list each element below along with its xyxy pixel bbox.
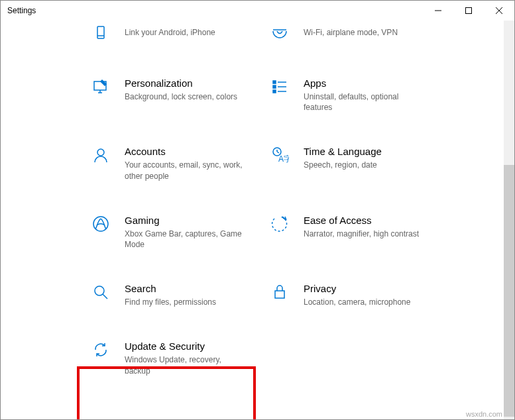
svg-rect-24	[275, 291, 284, 298]
tile-text: Apps Uninstall, defaults, optional featu…	[304, 76, 423, 113]
tile-text: Link your Android, iPhone	[125, 23, 215, 38]
svg-point-16	[97, 149, 104, 156]
tile-desc: Narrator, magnifier, high contrast	[304, 229, 419, 239]
ease-of-access-icon	[269, 213, 290, 235]
tile-apps[interactable]: Apps Uninstall, defaults, optional featu…	[269, 74, 448, 115]
tile-desc: Find my files, permissions	[125, 297, 216, 307]
tile-search[interactable]: Search Find my files, permissions	[90, 279, 269, 310]
tile-title: Accounts	[125, 146, 244, 157]
tile-title: Personalization	[125, 78, 237, 89]
tile-text: Privacy Location, camera, microphone	[304, 282, 410, 307]
tile-text: Ease of Access Narrator, magnifier, high…	[304, 213, 419, 239]
svg-rect-4	[97, 26, 104, 38]
tile-ease-of-access[interactable]: Ease of Access Narrator, magnifier, high…	[269, 211, 448, 252]
watermark: wsxdn.com	[466, 410, 502, 418]
tile-desc: Location, camera, microphone	[304, 297, 410, 307]
tile-personalization[interactable]: Personalization Background, lock screen,…	[90, 74, 269, 115]
tile-gaming[interactable]: Gaming Xbox Game Bar, captures, Game Mod…	[90, 211, 269, 252]
tile-time-language[interactable]: A字 Time & Language Speech, region, date	[269, 142, 448, 184]
tile-desc: Windows Update, recovery, backup	[125, 354, 244, 376]
tile-text: Update & Security Windows Update, recove…	[125, 339, 244, 376]
tile-desc: Background, lock screen, colors	[125, 91, 237, 102]
svg-rect-10	[273, 81, 276, 83]
tile-title: Time & Language	[304, 146, 382, 157]
tile-desc: Speech, region, date	[304, 160, 382, 170]
svg-rect-12	[273, 85, 276, 88]
tile-desc: Uninstall, defaults, optional features	[304, 91, 423, 113]
titlebar: Settings	[1, 1, 514, 21]
close-icon	[496, 7, 502, 14]
svg-rect-14	[273, 90, 276, 93]
tile-text: Search Find my files, permissions	[125, 282, 216, 307]
window-controls	[423, 1, 514, 21]
tile-title: Privacy	[304, 283, 410, 294]
svg-rect-1	[466, 8, 472, 14]
time-language-icon: A字	[269, 144, 290, 166]
tile-text: Gaming Xbox Game Bar, captures, Game Mod…	[125, 213, 244, 250]
svg-point-22	[95, 286, 104, 295]
gaming-icon	[90, 213, 111, 235]
maximize-button[interactable]	[453, 1, 484, 21]
update-security-icon	[90, 339, 111, 360]
phone-icon	[90, 23, 111, 44]
tile-title: Ease of Access	[304, 215, 419, 226]
tile-title: Search	[125, 283, 216, 294]
tile-phone[interactable]: Link your Android, iPhone	[90, 21, 269, 47]
tile-desc: Your accounts, email, sync, work, other …	[125, 160, 244, 181]
apps-icon	[269, 76, 290, 97]
tile-accounts[interactable]: Accounts Your accounts, email, sync, wor…	[90, 142, 269, 184]
privacy-icon	[269, 282, 290, 303]
accounts-icon	[90, 144, 111, 166]
minimize-button[interactable]	[423, 1, 453, 21]
search-icon	[90, 282, 111, 303]
maximize-icon	[465, 7, 472, 14]
globe-icon	[269, 23, 290, 44]
tile-title: Update & Security	[125, 341, 244, 352]
tile-network[interactable]: Wi-Fi, airplane mode, VPN	[269, 21, 448, 47]
tile-desc: Wi-Fi, airplane mode, VPN	[304, 27, 398, 38]
tile-text: Accounts Your accounts, email, sync, wor…	[125, 144, 244, 181]
svg-line-23	[103, 294, 107, 299]
settings-grid: Link your Android, iPhone Wi-Fi, airplan…	[90, 21, 501, 379]
tile-desc: Xbox Game Bar, captures, Game Mode	[125, 229, 244, 250]
minimize-icon	[435, 7, 441, 14]
tile-text: Wi-Fi, airplane mode, VPN	[304, 23, 398, 38]
tile-text: Time & Language Speech, region, date	[304, 144, 382, 170]
tile-desc: Link your Android, iPhone	[125, 27, 215, 38]
tile-text: Personalization Background, lock screen,…	[125, 76, 237, 102]
tile-title: Gaming	[125, 215, 244, 226]
svg-line-19	[277, 152, 279, 153]
tile-title: Apps	[304, 78, 423, 89]
svg-text:A字: A字	[278, 154, 289, 164]
close-button[interactable]	[484, 1, 514, 21]
window-title: Settings	[7, 6, 36, 15]
settings-content: Link your Android, iPhone Wi-Fi, airplan…	[1, 21, 514, 419]
tile-privacy[interactable]: Privacy Location, camera, microphone	[269, 279, 448, 310]
tile-update-security[interactable]: Update & Security Windows Update, recove…	[90, 337, 269, 378]
personalization-icon	[90, 76, 111, 97]
